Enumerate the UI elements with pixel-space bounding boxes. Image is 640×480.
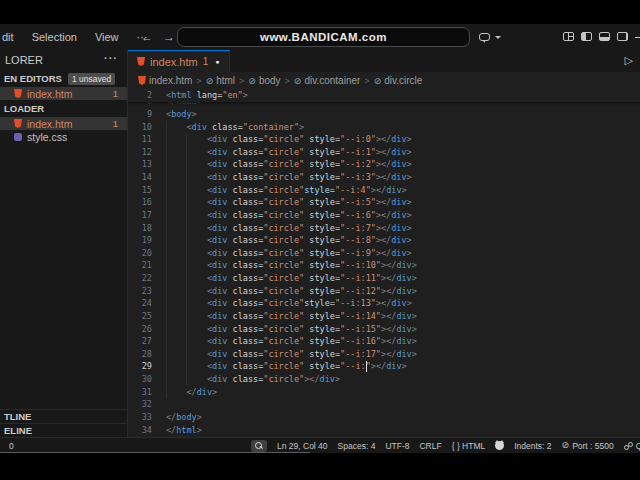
status-item-zoom[interactable] — [246, 440, 272, 452]
open-editor-item[interactable]: index.htm1 — [0, 87, 127, 100]
line-text: <div class="circle" style="--i:1"></div> — [166, 146, 412, 159]
code-line-31[interactable]: 31 </div> — [128, 386, 640, 399]
code-line-22[interactable]: 22 <div class="circle" style="--i:11"></… — [128, 272, 640, 285]
breadcrumb-item-indexhtm[interactable]: index.htm — [138, 75, 192, 86]
breadcrumb-item-html[interactable]: ⊘html — [206, 75, 235, 86]
toggle-panel-icon[interactable] — [599, 32, 610, 41]
line-number: 16 — [128, 196, 152, 209]
code-line-9[interactable]: 9<body> — [128, 108, 640, 121]
open-editors-section[interactable]: EN EDITORS 1 unsaved — [0, 70, 127, 87]
line-number: 13 — [128, 158, 152, 171]
code-line-30[interactable]: 30 <div class="circle"></div> — [128, 373, 640, 386]
breadcrumb-item-divcontainer[interactable]: ⊘div.container — [294, 75, 361, 86]
toggle-primary-sidebar-icon[interactable] — [581, 32, 592, 41]
sidebar-section-eline[interactable]: ELINE — [0, 423, 127, 437]
file-name: index.htm — [27, 118, 73, 130]
code-line-21[interactable]: 21 <div class="circle" style="--i:10"></… — [128, 259, 640, 272]
code-line-19[interactable]: 19 <div class="circle" style="--i:8"></d… — [128, 234, 640, 247]
copilot-chat-button[interactable] — [479, 24, 501, 50]
code-line-12[interactable]: 12 <div class="circle" style="--i:1"></d… — [128, 146, 640, 159]
breadcrumb-item-body[interactable]: ⊘body — [248, 75, 280, 86]
customize-layout-icon[interactable] — [563, 32, 574, 41]
line-number: 18 — [128, 222, 152, 235]
code-line-29[interactable]: 29 <div class="circle" style="--i:"></di… — [128, 360, 640, 373]
line-text: <div class="container"> — [166, 121, 304, 134]
status-item-0[interactable]: 0 — [4, 441, 19, 451]
code-line-14[interactable]: 14 <div class="circle" style="--i:3"></d… — [128, 171, 640, 184]
command-center-search[interactable]: www.BANDICAM.com — [177, 27, 470, 47]
line-text: <div class="circle" style="--i:15"></div… — [166, 323, 417, 336]
symbol-tag-icon: ⊘ — [374, 76, 382, 86]
line-number: 12 — [128, 146, 152, 159]
code-line-16[interactable]: 16 <div class="circle" style="--i:5"></d… — [128, 196, 640, 209]
status-item-indents-2[interactable]: Indents: 2 — [509, 441, 556, 451]
html-file-icon — [14, 89, 22, 98]
code-editor[interactable]: 8</head>9<body>10 <div class="container"… — [128, 89, 640, 437]
status-item-utf-8[interactable]: UTF-8 — [380, 441, 414, 451]
status-item--html[interactable]: { } HTML — [447, 441, 491, 451]
status-label: UTF-8 — [385, 441, 409, 451]
tab-bar: index.htm 1 ● ▷ — [128, 50, 640, 72]
code-line-23[interactable]: 23 <div class="circle" style="--i:12"></… — [128, 285, 640, 298]
line-number: 11 — [128, 133, 152, 146]
line-text: <body> — [166, 108, 197, 121]
magnifier-icon — [255, 442, 263, 450]
forward-icon[interactable]: → — [163, 30, 175, 44]
code-line-18[interactable]: 18 <div class="circle" style="--i:7"></d… — [128, 222, 640, 235]
menu-item-View[interactable]: View — [86, 31, 128, 43]
breadcrumb-label: body — [259, 75, 281, 86]
sticky-scroll-line[interactable]: 2<html lang="en"> — [128, 89, 640, 102]
code-line-28[interactable]: 28 <div class="circle" style="--i:17"></… — [128, 348, 640, 361]
line-number: 29 — [128, 360, 152, 373]
code-line-33[interactable]: 33</body> — [128, 411, 640, 424]
code-line-15[interactable]: 15 <div class="circle"style="--i:4"></di… — [128, 184, 640, 197]
workbench: LORER ··· EN EDITORS 1 unsaved index.htm… — [0, 50, 640, 437]
line-text: <div class="circle" style="--i:3"></div> — [166, 171, 412, 184]
file-tree-item[interactable]: index.htm1 — [0, 117, 127, 130]
menu-item-dit[interactable]: dit — [0, 31, 23, 43]
back-icon[interactable]: ← — [141, 30, 153, 44]
code-line-11[interactable]: 11 <div class="circle" style="--i:0"></d… — [128, 133, 640, 146]
line-text: <div class="circle" style="--i:12"></div… — [166, 285, 417, 298]
text-cursor — [366, 361, 367, 372]
status-item-port-5500[interactable]: ⊘Port : 5500 — [557, 441, 619, 451]
code-line-10[interactable]: 10 <div class="container"> — [128, 121, 640, 134]
menu-item-Selection[interactable]: Selection — [23, 31, 86, 43]
code-line-32[interactable]: 32 — [128, 398, 640, 411]
code-line-26[interactable]: 26 <div class="circle" style="--i:15"></… — [128, 323, 640, 336]
code-line-20[interactable]: 20 <div class="circle" style="--i:9"></d… — [128, 247, 640, 260]
line-text: <div class="circle"></div> — [166, 373, 340, 386]
file-tree-item[interactable]: style.css — [0, 130, 127, 143]
sidebar-section-tline[interactable]: TLINE — [0, 409, 127, 423]
code-line-34[interactable]: 34</html> — [128, 424, 640, 437]
code-line-27[interactable]: 27 <div class="circle" style="--i:16"></… — [128, 335, 640, 348]
minimize-icon[interactable] — [635, 37, 640, 38]
toggle-secondary-sidebar-icon[interactable] — [617, 32, 628, 41]
status-item-github[interactable] — [490, 441, 509, 450]
file-name: style.css — [27, 131, 67, 143]
html-file-icon — [14, 119, 22, 128]
github-icon — [495, 441, 504, 450]
line-text: <div class="circle" style="--i:9"></div> — [166, 247, 412, 260]
bandicam-watermark: www.BANDICAM.com — [260, 31, 387, 43]
code-line-25[interactable]: 25 <div class="circle" style="--i:14"></… — [128, 310, 640, 323]
more-actions-icon[interactable]: ··· — [104, 52, 118, 64]
status-item-ln-29-col-40[interactable]: Ln 29, Col 40 — [272, 441, 333, 451]
status-item-quokk[interactable]: Quokk — [619, 441, 640, 451]
run-button[interactable]: ▷ — [625, 54, 633, 67]
tab-index-htm[interactable]: index.htm 1 ● — [128, 50, 230, 72]
code-line-24[interactable]: 24 <div class="circle"style="--i:13"></d… — [128, 297, 640, 310]
explorer-header: LORER ··· — [0, 50, 127, 70]
code-line-13[interactable]: 13 <div class="circle" style="--i:2"></d… — [128, 158, 640, 171]
status-item-crlf[interactable]: CRLF — [414, 441, 446, 451]
line-text: <html lang="en"> — [166, 89, 248, 102]
html-file-icon — [137, 57, 145, 66]
breadcrumb-label: div.circle — [384, 75, 422, 86]
status-item-spaces-4[interactable]: Spaces: 4 — [333, 441, 381, 451]
tab-label: index.htm — [150, 56, 198, 68]
folder-section[interactable]: LOADER — [0, 100, 127, 117]
breadcrumb-item-divcircle[interactable]: ⊘div.circle — [374, 75, 423, 86]
code-line-17[interactable]: 17 <div class="circle" style="--i:6"></d… — [128, 209, 640, 222]
breadcrumb-label: index.htm — [149, 75, 192, 86]
unsaved-dot-icon[interactable]: ● — [215, 58, 219, 65]
